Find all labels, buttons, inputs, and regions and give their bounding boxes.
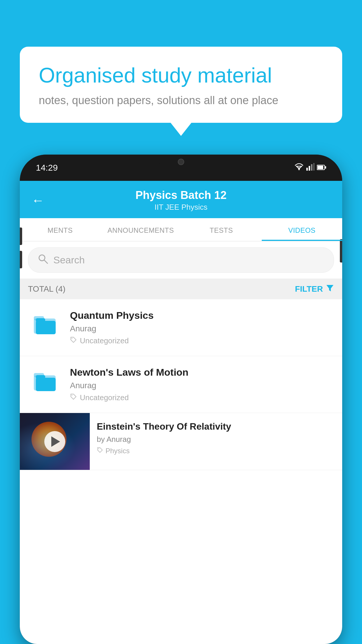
tab-tests[interactable]: TESTS [181, 218, 262, 241]
svg-rect-3 [311, 164, 312, 171]
video-tag-1: Uncategorized [70, 336, 334, 345]
tag-icon [97, 447, 103, 455]
speech-bubble: Organised study material notes, question… [20, 47, 342, 123]
folder-thumb-2 [28, 367, 63, 393]
tag-icon [70, 336, 77, 345]
svg-rect-19 [36, 375, 45, 379]
tab-bar: MENTS ANNOUNCEMENTS TESTS VIDEOS [20, 218, 342, 242]
svg-rect-1 [306, 168, 308, 171]
signal-icon [306, 163, 314, 173]
svg-rect-7 [325, 166, 326, 169]
status-icons [294, 163, 326, 173]
tab-ments[interactable]: MENTS [20, 218, 101, 241]
search-bar[interactable]: Search [28, 247, 334, 273]
video-title-2: Newton's Laws of Motion [70, 367, 334, 378]
header-center: Physics Batch 12 IIT JEE Physics [50, 189, 312, 212]
video-tag-3: Physics [97, 447, 335, 455]
svg-rect-18 [36, 378, 56, 391]
tag-text-1: Uncategorized [80, 336, 129, 345]
video-tag-2: Uncategorized [70, 393, 334, 402]
clock: 14:29 [36, 163, 58, 173]
volume-down-button [20, 251, 22, 268]
battery-icon [317, 163, 326, 172]
svg-line-9 [44, 260, 48, 263]
wifi-icon [294, 163, 304, 173]
status-bar: 14:29 [20, 155, 342, 181]
bubble-subtitle: notes, question papers, solutions all at… [39, 94, 323, 107]
power-button [340, 239, 342, 262]
phone-screen: ← Physics Batch 12 IIT JEE Physics MENTS… [20, 181, 342, 644]
svg-point-0 [298, 169, 300, 170]
video-title-3: Einstein's Theory Of Relativity [97, 421, 335, 432]
app-header: ← Physics Batch 12 IIT JEE Physics [20, 181, 342, 218]
filter-bar: TOTAL (4) FILTER [20, 279, 342, 299]
list-item[interactable]: Newton's Laws of Motion Anurag Uncategor… [20, 356, 342, 413]
back-button[interactable]: ← [31, 194, 44, 207]
search-icon [38, 253, 48, 267]
tag-icon [70, 393, 77, 402]
video-author-3: by Anurag [97, 435, 335, 444]
filter-label: FILTER [295, 284, 323, 294]
filter-funnel-icon [326, 284, 334, 294]
tag-text-2: Uncategorized [80, 393, 129, 402]
video-author-1: Anurag [70, 324, 334, 333]
screen-title: Physics Batch 12 [50, 189, 312, 202]
video-info-1: Quantum Physics Anurag Uncategorized [70, 310, 334, 345]
play-icon [51, 436, 60, 447]
video-title-1: Quantum Physics [70, 310, 334, 321]
video-info-2: Newton's Laws of Motion Anurag Uncategor… [70, 367, 334, 402]
filter-button[interactable]: FILTER [295, 284, 334, 294]
svg-point-21 [98, 448, 99, 449]
tag-text-3: Physics [106, 447, 130, 455]
search-placeholder: Search [53, 254, 85, 266]
search-container: Search [20, 242, 342, 279]
phone-notch [158, 155, 204, 169]
einstein-thumbnail [20, 413, 90, 470]
video-list: Quantum Physics Anurag Uncategorized [20, 299, 342, 470]
svg-marker-10 [326, 285, 333, 291]
front-camera [178, 159, 184, 165]
phone-frame: 14:29 [20, 155, 342, 644]
video-info-3: Einstein's Theory Of Relativity by Anura… [90, 413, 342, 463]
total-count: TOTAL (4) [28, 284, 66, 294]
folder-thumb-1 [28, 310, 63, 336]
svg-point-20 [72, 395, 73, 396]
svg-point-15 [72, 338, 73, 339]
svg-rect-2 [309, 166, 310, 171]
svg-rect-4 [313, 163, 314, 171]
svg-rect-14 [36, 318, 45, 322]
list-item[interactable]: Einstein's Theory Of Relativity by Anura… [20, 413, 342, 470]
list-item[interactable]: Quantum Physics Anurag Uncategorized [20, 299, 342, 356]
video-author-2: Anurag [70, 381, 334, 390]
bubble-title: Organised study material [39, 63, 323, 88]
svg-rect-13 [36, 321, 56, 334]
screen-subtitle: IIT JEE Physics [50, 203, 312, 212]
speech-bubble-container: Organised study material notes, question… [20, 47, 342, 123]
svg-rect-6 [317, 166, 323, 169]
tab-announcements[interactable]: ANNOUNCEMENTS [101, 218, 181, 241]
play-button[interactable] [44, 431, 65, 452]
tab-videos[interactable]: VIDEOS [262, 218, 342, 241]
